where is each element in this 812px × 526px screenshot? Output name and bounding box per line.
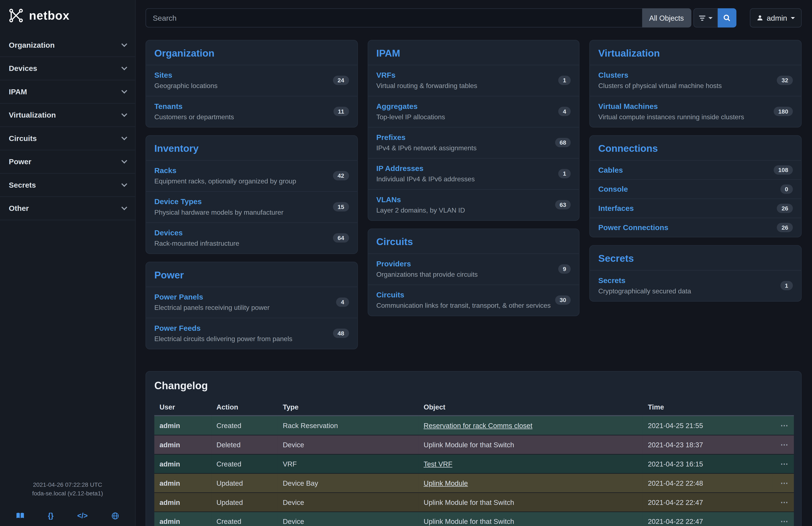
list-item-virtual-machines[interactable]: Virtual Machines Virtual compute instanc… [590,96,801,127]
changelog-card: Changelog User Action Type Object Time [146,371,802,526]
item-link[interactable]: Providers [376,260,411,268]
list-item-sites[interactable]: Sites Geographic locations 24 [146,65,357,96]
server-host: foda-se.local (v2.12-beta1) [0,489,135,498]
item-link[interactable]: VLANs [376,196,401,204]
item-description: Virtual compute instances running inside… [598,113,744,121]
chevron-down-icon [121,41,127,47]
row-actions-ellipsis[interactable]: ⋯ [780,498,788,506]
card-organization: Organization Sites Geographic locations … [146,40,358,128]
api-braces-icon[interactable]: {} [48,511,54,520]
search-actions [693,8,736,27]
footer-icons: {} </> [0,511,135,520]
list-item-power-connections[interactable]: Power Connections 26 [590,218,801,237]
row-actions-ellipsis[interactable]: ⋯ [780,421,788,430]
item-link[interactable]: Device Types [155,197,202,205]
item-link[interactable]: Virtual Machines [598,102,658,110]
list-item-secrets[interactable]: Secrets Cryptographically secured data 1 [590,270,801,301]
sidebar-item-label: Virtualization [9,111,56,119]
item-link[interactable]: Sites [155,71,172,79]
list-item-aggregates[interactable]: Aggregates Top-level IP allocations 4 [368,96,579,127]
row-actions-ellipsis[interactable]: ⋯ [780,459,788,468]
item-link[interactable]: Secrets [598,276,626,285]
list-item-cables[interactable]: Cables 108 [590,160,801,180]
item-link[interactable]: Interfaces [598,204,634,212]
count-badge: 180 [773,106,793,116]
list-item-tenants[interactable]: Tenants Customers or departments 11 [146,96,357,127]
item-description: Electrical circuits delivering power fro… [155,335,292,343]
list-item-ip-addresses[interactable]: IP Addresses Individual IPv4 & IPv6 addr… [368,158,579,189]
sidebar-item-organization[interactable]: Organization [0,34,135,57]
column-1: Organization Sites Geographic locations … [146,40,358,357]
code-icon[interactable]: </> [77,511,88,520]
sidebar-item-ipam[interactable]: IPAM [0,81,135,104]
item-link[interactable]: Cables [598,166,623,174]
item-link[interactable]: Console [598,185,628,193]
list-item-clusters[interactable]: Clusters Clusters of physical virtual ma… [590,65,801,96]
row-actions-ellipsis[interactable]: ⋯ [780,517,788,526]
chevron-down-icon [121,157,127,164]
list-item-circuits[interactable]: Circuits Communication links for transit… [368,285,579,315]
list-item-vrfs[interactable]: VRFs Virtual routing & forwarding tables… [368,65,579,96]
list-item-console[interactable]: Console 0 [590,180,801,199]
list-item-devices[interactable]: Devices Rack-mounted infrastructure 64 [146,222,357,253]
item-link[interactable]: Circuits [376,291,404,299]
count-badge: 9 [558,264,571,273]
item-link[interactable]: Clusters [598,71,628,79]
item-link[interactable]: Power Connections [598,223,668,231]
col-header-time: Time [643,399,772,416]
changelog-time: 2021-04-23 18:37 [643,435,772,454]
row-actions-ellipsis[interactable]: ⋯ [780,478,788,487]
docs-book-icon[interactable] [16,512,24,519]
changelog-object-link[interactable]: Reservation for rack Comms closet [423,422,532,429]
chevron-down-icon [121,64,127,70]
changelog-object-link[interactable]: Test VRF [423,460,452,468]
sidebar-item-devices[interactable]: Devices [0,57,135,80]
changelog-row: admin Created Device Uplink Module for t… [155,512,794,526]
brand[interactable]: netbox [0,0,135,30]
search-scope-button[interactable]: All Objects [642,8,691,27]
item-link[interactable]: Racks [155,166,176,174]
globe-icon[interactable] [111,512,119,520]
list-item-power-feeds[interactable]: Power Feeds Electrical circuits deliveri… [146,318,357,349]
item-link[interactable]: Aggregates [376,102,418,110]
changelog-table: User Action Type Object Time admin Creat… [155,399,794,526]
item-link[interactable]: VRFs [376,71,395,79]
changelog-action: Updated [211,493,278,512]
sidebar-footer: 2021-04-26 07:22:28 UTC foda-se.local (v… [0,480,135,526]
changelog-action: Deleted [211,435,278,454]
count-badge: 11 [333,106,349,116]
count-badge: 26 [777,204,793,213]
item-link[interactable]: Devices [155,229,183,237]
sidebar-item-secrets[interactable]: Secrets [0,174,135,197]
item-link[interactable]: Prefixes [376,133,406,141]
changelog-type: Device [278,493,418,512]
sidebar-item-virtualization[interactable]: Virtualization [0,104,135,127]
changelog-header-row: User Action Type Object Time [155,399,794,416]
item-link[interactable]: Power Feeds [155,324,201,332]
list-item-providers[interactable]: Providers Organizations that provide cir… [368,254,579,285]
sidebar-item-power[interactable]: Power [0,150,135,173]
search-input[interactable] [146,8,642,27]
search-submit-button[interactable] [717,8,736,27]
item-link[interactable]: Tenants [155,102,183,110]
list-item-vlans[interactable]: VLANs Layer 2 domains, by VLAN ID 63 [368,189,579,220]
list-item-prefixes[interactable]: Prefixes IPv4 & IPv6 network assignments… [368,127,579,158]
user-label: admin [767,14,787,22]
sidebar-item-circuits[interactable]: Circuits [0,127,135,150]
changelog-user: admin [155,473,211,493]
list-item-device-types[interactable]: Device Types Physical hardware models by… [146,191,357,222]
user-menu-button[interactable]: admin [750,8,802,27]
changelog-object-link[interactable]: Uplink Module [423,479,468,487]
item-link[interactable]: Power Panels [155,293,203,301]
sidebar-item-other[interactable]: Other [0,197,135,220]
filter-dropdown-button[interactable] [693,8,717,27]
card-secrets: Secrets Secrets Cryptographically secure… [590,245,802,302]
row-actions-ellipsis[interactable]: ⋯ [780,440,788,449]
list-item-power-panels[interactable]: Power Panels Electrical panels receiving… [146,287,357,318]
list-item-racks[interactable]: Racks Equipment racks, optionally organi… [146,160,357,191]
list-item-interfaces[interactable]: Interfaces 26 [590,198,801,218]
caret-down-icon [708,17,712,19]
item-link[interactable]: IP Addresses [376,164,423,172]
changelog-time: 2021-04-23 16:15 [643,454,772,473]
changelog-time: 2021-04-22 22:48 [643,473,772,493]
